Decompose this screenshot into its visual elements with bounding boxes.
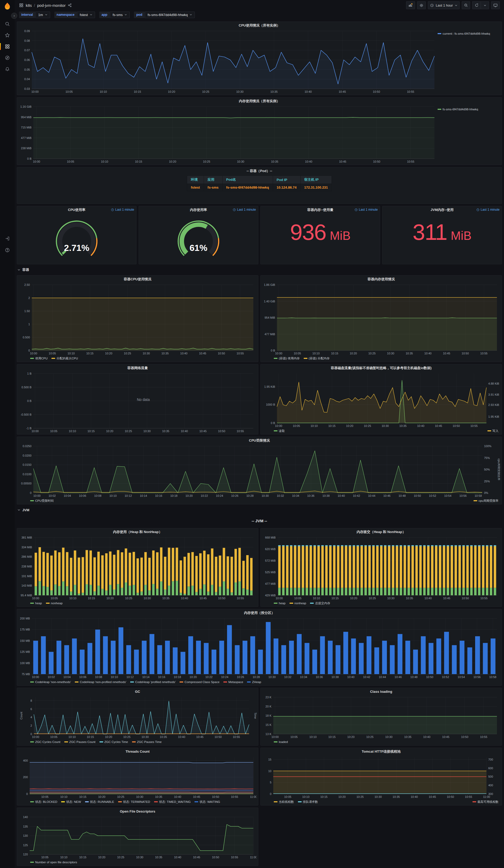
panel-title[interactable]: Threads Count [125,750,150,753]
chart-plot-area[interactable]: 0 B1000 B1.95 KiB1.95 KiB2.93 KiB3.91 Ki… [262,371,500,428]
table-header-cell[interactable]: Pod名 [222,176,273,184]
panel-title[interactable]: 容器内存--使用量 [307,208,333,212]
legend-item[interactable]: Metaspace [223,680,243,684]
sidebar-item-dashboards[interactable] [0,43,15,50]
help-icon[interactable] [0,246,15,254]
dashboard-settings-button[interactable] [417,1,426,9]
legend-item[interactable]: 排队请求数 [298,800,318,804]
panel-title[interactable]: Tomcat HTTP连接线程池 [362,749,401,754]
legend-item[interactable]: 当前线程数 [274,800,294,804]
heap-used-chart[interactable]: 95.4 MiB143 MiB191 MiB238 MiB286 MiB334 … [17,535,258,607]
panel-title[interactable]: Open File Descriptors [120,809,155,813]
legend-item[interactable]: (容器) 使用内存 [274,356,300,360]
legend-item[interactable]: heap [274,602,286,605]
panel-title[interactable]: 容器网络流量 [127,366,148,370]
mem-all-chart[interactable]: 0 B238 MiB477 MiB715 MiB954 MiB1.16 GiB1… [17,105,502,165]
chart-plot-area[interactable]: -1 B-0.500 B0 B0.500 B1 B10:0010:0510:10… [19,371,256,433]
legend-item[interactable]: 读取 [274,429,285,433]
panel-time-indicator[interactable]: Last 1 minute [354,208,378,211]
chart-plot-area[interactable]: 0 B238 MiB477 MiB715 MiB954 MiB1.16 GiB1… [19,105,438,164]
container-disk-chart[interactable]: 0 B1000 B1.95 KiB1.95 KiB2.93 KiB3.91 Ki… [261,371,502,434]
legend-item[interactable]: 状态: BLOCKED [30,800,57,804]
chart-plot-area[interactable]: 0 B477 MiB954 MiB1.40 GiB1.86 GiB10:0010… [262,283,500,356]
kiosk-mode-button[interactable] [491,1,500,9]
legend-item[interactable]: ZGC Pauses Count [64,740,96,743]
sidebar-expand-button[interactable]: › [11,13,17,19]
mem-usage-gauge[interactable]: 61% [139,213,258,264]
panel-time-indicator[interactable]: Last 1 minute [111,208,134,211]
share-icon[interactable] [68,3,72,7]
chart-plot-area[interactable]: 0246810:0010:0510:1010:1510:2010:2510:30… [19,695,256,739]
variable-value-dropdown[interactable]: fs-sms [110,12,130,18]
add-panel-button[interactable] [406,1,415,9]
legend-item[interactable]: 状态: WAITING [195,800,220,804]
panel-title[interactable]: 内存使用（按分区） [244,611,275,615]
panel-title[interactable]: 容器磁盘流量(该指标不准确暂时忽略，可以参考宿主机磁盘io数据) [331,366,432,370]
table-header-cell[interactable]: 应用 [204,176,222,184]
legend-item[interactable]: 状态: RUNNABLE [85,800,114,804]
container-network-chart[interactable]: -1 B-0.500 B0 B0.500 B1 B10:0010:0510:10… [17,371,258,434]
chart-plot-area[interactable]: 13 K15 K18 K20 K23 K10:0010:0510:1010:15… [262,695,500,739]
panel-title[interactable]: CPU受限情况 [249,438,270,443]
legend-item[interactable]: nonheap [46,602,63,605]
legend-item[interactable]: ZGC Cycles Count [30,740,60,743]
chart-plot-area[interactable]: 020040010:0510:1010:1510:2010:2510:3010:… [19,755,256,799]
legend-item[interactable]: Compressed Class Space [180,680,219,684]
panel-header[interactable]: CPU使用情况（所有实例） [17,22,502,29]
legend-item[interactable]: 状态: NEW [61,800,81,804]
legend-item[interactable]: loaded [274,740,288,743]
legend-item[interactable]: ZHeap [247,680,261,684]
legend-item[interactable]: heap [30,602,42,605]
chart-plot-area[interactable]: 75 MB100 MB125 MB150 MB175 MB200 MB10:00… [19,616,500,679]
cpu-all-chart[interactable]: 0.030.040.050.060.070.080.0910:0010:0510… [17,29,502,95]
legend-item[interactable]: ZGC Pauses Time [132,740,162,743]
legend-item[interactable]: CodeHeap 'profiled nmethods' [130,680,176,684]
cpu-throttle-chart[interactable]: 00.005000.01000.01500.02000.02500%25%50%… [17,444,502,504]
cpu-usage-gauge[interactable]: 2.71% [17,213,136,264]
panel-title[interactable]: 内存使用情况（所有实例） [239,99,280,104]
legend-item[interactable]: 状态: TIMED_WAITING [154,800,191,804]
panel-title[interactable]: 内存使用率 [190,208,207,212]
container-cpu-chart[interactable]: 00.50011.5022.5010:0010:0510:1010:1510:2… [17,283,258,362]
container-mem-chart[interactable]: 0 B477 MiB954 MiB1.40 GiB1.86 GiB10:0010… [261,283,502,362]
chart-plot-area[interactable]: 95.4 MiB143 MiB191 MiB238 MiB286 MiB334 … [19,535,256,601]
grafana-logo-icon[interactable] [3,2,11,10]
time-range-picker[interactable]: Last 1 hour [428,1,460,9]
chart-plot-area[interactable]: 05101530040050060070010:0510:1010:1510:2… [262,755,500,799]
refresh-button[interactable] [472,1,481,9]
panel-title[interactable]: CPU使用率 [68,208,85,212]
legend-item[interactable]: CPU受限时间 [30,499,54,503]
legend-item[interactable]: 状态: TERMINATED [118,800,150,804]
chart-plot-area[interactable]: 12012513013514010:0510:1010:1510:2010:25… [19,815,256,860]
chart-plot-area[interactable]: 00.50011.5022.5010:0010:0510:1010:1510:2… [19,283,256,356]
search-icon[interactable] [0,20,15,28]
panel-title[interactable]: -- 容器（Pod）-- [246,169,272,173]
tomcat-pool-chart[interactable]: 05101530040050060070010:0510:1010:1510:2… [261,755,502,805]
legend-item[interactable]: nonheap [290,602,306,605]
legend-item[interactable]: 分配的最大CPU [51,356,78,360]
variable-value-dropdown[interactable]: fs-sms-6f47dd4d98-hhwkq [145,12,195,18]
table-header-cell[interactable]: 宿主机 IP [300,176,332,184]
legend-item[interactable]: 使用CPU [30,356,48,360]
panel-title[interactable]: GC [135,690,140,694]
threads-chart[interactable]: 020040010:0510:1010:1510:2010:2510:3010:… [17,755,258,805]
breadcrumb-dashboard[interactable]: pod-jvm-monitor [37,3,66,8]
alerting-bell-icon[interactable] [0,65,15,73]
variable-value-dropdown[interactable]: fstest [77,12,95,18]
legend-item[interactable]: fs-sms-6f47dd4d98-hhwkq [438,108,500,111]
table-header-cell[interactable]: 环境 [187,176,204,184]
panel-title[interactable]: 容器CPU使用情况 [124,277,151,282]
breadcrumb-folder[interactable]: k8s [26,3,32,8]
panel-title[interactable]: 内存使用（Heap 和 NonHeap） [113,530,162,534]
heap-commit-chart[interactable]: 429 MiB477 MiB525 MiB572 MiB620 MiB668 M… [261,535,502,607]
panel-title[interactable]: 容器内存使用情况 [368,277,395,282]
refresh-interval-dropdown[interactable] [481,1,489,9]
legend-item[interactable]: cpu周期受限率 [474,499,500,503]
table-header-cell[interactable]: Pod IP [273,176,300,184]
legend-item[interactable]: current:: fs-sms-6f47dd4d98-hhwkq [438,32,500,35]
legend-item[interactable]: 写入 [487,429,500,433]
zoom-out-button[interactable] [462,1,470,9]
legend-item[interactable]: CodeHeap 'non-nmethods' [30,680,71,684]
explore-compass-icon[interactable] [0,54,15,62]
legend-item[interactable]: CodeHeap 'non-profiled nmethods' [75,680,126,684]
